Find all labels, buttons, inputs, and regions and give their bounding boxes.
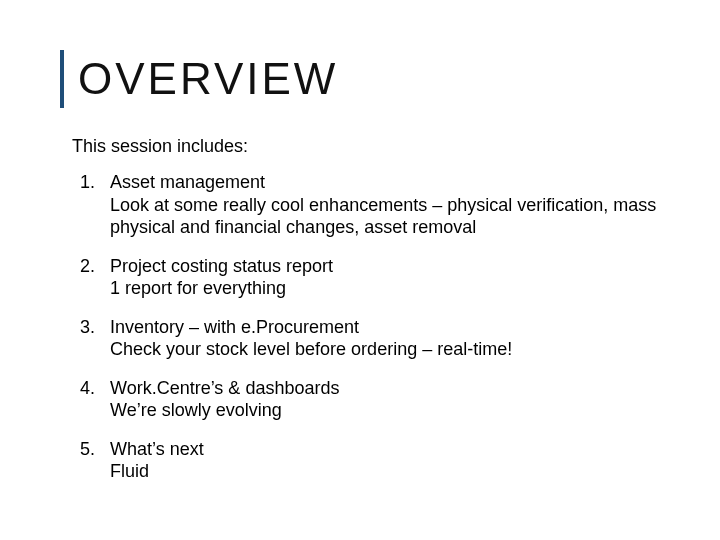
slide: OVERVIEW This session includes: Asset ma… (0, 0, 720, 540)
agenda-list: Asset management Look at some really coo… (78, 171, 660, 483)
item-title: What’s next (110, 438, 660, 461)
slide-title: OVERVIEW (78, 50, 338, 108)
item-desc: 1 report for everything (110, 277, 660, 300)
intro-text: This session includes: (72, 136, 660, 157)
item-desc: Fluid (110, 460, 660, 483)
list-item: Work.Centre’s & dashboards We’re slowly … (100, 377, 660, 422)
title-accent-bar (60, 50, 64, 108)
list-item: What’s next Fluid (100, 438, 660, 483)
item-title: Asset management (110, 171, 660, 194)
item-desc: Look at some really cool enhancements – … (110, 194, 660, 239)
list-item: Inventory – with e.Procurement Check you… (100, 316, 660, 361)
list-item: Project costing status report 1 report f… (100, 255, 660, 300)
title-block: OVERVIEW (60, 50, 660, 108)
item-title: Project costing status report (110, 255, 660, 278)
item-desc: We’re slowly evolving (110, 399, 660, 422)
item-title: Work.Centre’s & dashboards (110, 377, 660, 400)
item-title: Inventory – with e.Procurement (110, 316, 660, 339)
item-desc: Check your stock level before ordering –… (110, 338, 660, 361)
list-item: Asset management Look at some really coo… (100, 171, 660, 239)
